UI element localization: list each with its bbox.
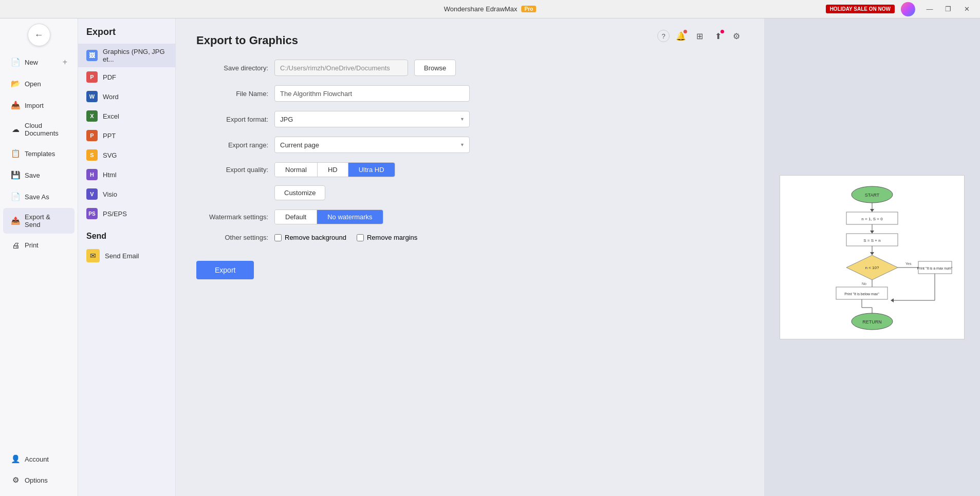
svg-text:n = 1, S = 0: n = 1, S = 0 (861, 217, 883, 221)
sidebar-item-new[interactable]: 📄 New + (3, 52, 75, 72)
export-format-visio[interactable]: V Visio (78, 184, 175, 204)
browse-button[interactable]: Browse (414, 60, 456, 76)
sidebar: ← 📄 New + 📂 Open 📥 Import ☁ Cloud Docume… (0, 18, 78, 496)
export-panel-title: Export (78, 27, 175, 44)
minimize-button[interactable]: — (921, 2, 938, 16)
export-format-word[interactable]: W Word (78, 87, 175, 106)
export-format-excel[interactable]: X Excel (78, 106, 175, 126)
ppt-icon: P (86, 130, 98, 141)
templates-icon: 📋 (10, 148, 21, 159)
titlebar: Wondershare EdrawMax Pro HOLIDAY SALE ON… (0, 0, 980, 18)
excel-label: Excel (103, 112, 119, 120)
sidebar-item-cloud[interactable]: ☁ Cloud Documents (3, 117, 75, 142)
export-range-row: Export range: Current page All pages Sel… (196, 137, 744, 153)
sidebar-item-templates[interactable]: 📋 Templates (3, 143, 75, 164)
send-email-item[interactable]: ✉ Send Email (78, 245, 175, 266)
sidebar-item-import[interactable]: 📥 Import (3, 95, 75, 116)
apps-icon[interactable]: ⊞ (692, 29, 707, 43)
export-format-graphics[interactable]: 🖼 Graphics (PNG, JPG et... (78, 44, 175, 67)
export-format-ppt[interactable]: P PPT (78, 126, 175, 145)
quality-hd-button[interactable]: HD (318, 163, 348, 177)
quality-normal-button[interactable]: Normal (275, 163, 318, 177)
pdf-label: PDF (103, 73, 116, 81)
close-button[interactable]: ✕ (958, 2, 975, 16)
svg-text:n < 10?: n < 10? (865, 265, 879, 270)
back-button[interactable]: ← (28, 24, 50, 46)
file-name-row: File Name: (196, 85, 744, 102)
open-icon: 📂 (10, 79, 21, 89)
excel-icon: X (86, 110, 98, 122)
export-format-html[interactable]: H Html (78, 165, 175, 184)
remove-margins-label: Remove margins (367, 234, 417, 241)
sidebar-item-open[interactable]: 📂 Open (3, 73, 75, 94)
sidebar-item-print[interactable]: 🖨 Print (3, 235, 75, 255)
holiday-badge[interactable]: HOLIDAY SALE ON NOW (826, 5, 895, 13)
export-quality-label: Export quality: (196, 166, 268, 174)
svg-text:No: No (862, 282, 866, 285)
remove-margins-checkbox[interactable]: Remove margins (357, 234, 417, 241)
html-icon: H (86, 169, 98, 180)
export-icon: 📤 (10, 216, 21, 226)
export-format-row: Export format: JPG PNG BMP TIFF (196, 111, 744, 127)
export-range-select[interactable]: Current page All pages Selected pages (274, 137, 470, 153)
preview-panel: START n = 1, S = 0 S = S + n n < 10 (764, 18, 980, 496)
graphics-icon: 🖼 (86, 50, 98, 61)
sidebar-item-save[interactable]: 💾 Save (3, 165, 75, 185)
sidebar-item-saveas[interactable]: 📄 Save As (3, 186, 75, 207)
svg-marker-7 (870, 231, 874, 234)
watermark-none-button[interactable]: No watermarks (317, 210, 382, 224)
maximize-button[interactable]: ❐ (940, 2, 956, 16)
svg-marker-11 (870, 252, 874, 255)
sidebar-bottom: 👤 Account ⚙ Options (0, 448, 78, 496)
checkbox-group: Remove background Remove margins (274, 234, 417, 241)
options-icon: ⚙ (10, 475, 21, 485)
settings-icon[interactable]: ⚙ (729, 29, 744, 43)
file-name-input[interactable] (274, 85, 470, 102)
new-plus-icon[interactable]: + (63, 58, 67, 67)
pdf-icon: P (86, 71, 98, 83)
avatar[interactable] (901, 2, 915, 16)
export-range-label: Export range: (196, 141, 268, 149)
preview-svg: START n = 1, S = 0 S = S + n n < 10 (785, 180, 959, 334)
export-range-wrapper: Current page All pages Selected pages (274, 137, 470, 153)
export-button[interactable]: Export (196, 261, 254, 279)
graphics-label: Graphics (PNG, JPG et... (103, 48, 167, 63)
preview-box: START n = 1, S = 0 S = S + n n < 10 (780, 175, 965, 339)
share-icon[interactable]: ⬆ (711, 29, 725, 43)
save-directory-input[interactable] (274, 60, 408, 76)
sidebar-item-export[interactable]: 📤 Export & Send (3, 208, 75, 234)
other-settings-label: Other settings: (196, 234, 268, 241)
watermark-group: Default No watermarks (274, 209, 383, 224)
remove-background-checkbox[interactable]: Remove background (274, 234, 346, 241)
remove-background-label: Remove background (285, 234, 346, 241)
watermark-row: Watermark settings: Default No watermark… (196, 209, 744, 224)
svg-text:Print "It is a max num": Print "It is a max num" (917, 266, 953, 270)
svg-text:S = S + n: S = S + n (863, 238, 880, 243)
export-format-wrapper: JPG PNG BMP TIFF (274, 111, 470, 127)
quality-ultrahd-button[interactable]: Ultra HD (348, 163, 395, 177)
svg-text:RETURN: RETURN (862, 319, 882, 325)
remove-background-input[interactable] (274, 234, 282, 241)
export-quality-row: Export quality: Normal HD Ultra HD Custo… (196, 162, 744, 200)
save-icon: 💾 (10, 170, 21, 180)
export-format-svg[interactable]: S SVG (78, 145, 175, 165)
sidebar-item-options[interactable]: ⚙ Options (3, 470, 75, 490)
help-icon[interactable]: ? (657, 30, 670, 42)
customize-button[interactable]: Customize (274, 185, 325, 200)
main-layout: ← 📄 New + 📂 Open 📥 Import ☁ Cloud Docume… (0, 18, 980, 496)
watermark-default-button[interactable]: Default (275, 210, 317, 224)
send-email-label: Send Email (105, 252, 139, 260)
remove-margins-input[interactable] (357, 234, 364, 241)
saveas-icon: 📄 (10, 192, 21, 202)
pseps-label: PS/EPS (103, 210, 127, 218)
save-directory-row: Save directory: Browse (196, 60, 744, 76)
export-format-panel: Export 🖼 Graphics (PNG, JPG et... P PDF … (78, 18, 176, 496)
export-format-select[interactable]: JPG PNG BMP TIFF (274, 111, 470, 127)
svg-text:START: START (865, 193, 880, 198)
export-format-pseps[interactable]: PS PS/EPS (78, 204, 175, 223)
file-name-label: File Name: (196, 90, 268, 98)
export-format-pdf[interactable]: P PDF (78, 67, 175, 87)
notification-icon[interactable]: 🔔 (674, 29, 688, 43)
send-section-title: Send (78, 223, 175, 245)
sidebar-item-account[interactable]: 👤 Account (3, 449, 75, 469)
